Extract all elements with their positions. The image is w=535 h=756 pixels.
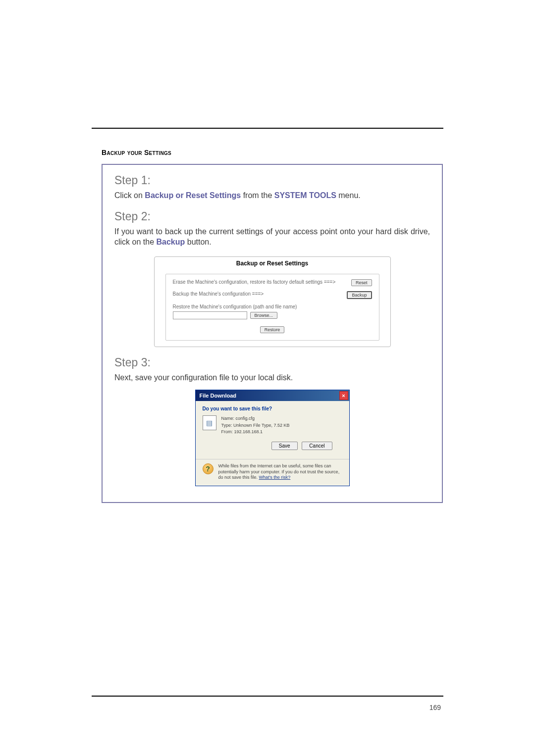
step-2-heading: Step 2: xyxy=(114,210,430,223)
dialog-title: File Download xyxy=(200,393,237,399)
top-rule xyxy=(92,128,443,129)
step-3: Step 3: Next, save your configuration fi… xyxy=(114,356,430,486)
steps-box: Step 1: Click on Backup or Reset Setting… xyxy=(102,164,443,503)
file-path-input[interactable] xyxy=(173,311,247,319)
restore-button[interactable]: Restore xyxy=(260,326,285,333)
file-input-row: Browse... xyxy=(173,311,372,319)
close-icon[interactable]: × xyxy=(339,391,348,400)
risk-link[interactable]: What's the risk? xyxy=(259,475,291,480)
step-3-heading: Step 3: xyxy=(114,356,430,369)
dialog-footer: ? While files from the Internet can be u… xyxy=(196,459,349,486)
backup-reset-panel: Backup or Reset Settings Erase the Machi… xyxy=(154,256,391,347)
step-2-text: If you want to back up the current setti… xyxy=(114,226,430,248)
cancel-button[interactable]: Cancel xyxy=(302,442,332,450)
file-icon: ▤ xyxy=(203,415,216,430)
step-1-text: Click on Backup or Reset Settings from t… xyxy=(114,190,430,201)
backup-panel-inner: Erase the Machine's configuration, resto… xyxy=(165,274,379,341)
restore-text: Restore the Machine's configuration (pat… xyxy=(173,304,372,309)
backup-row: Backup the Machine's configuration ===> … xyxy=(173,291,372,299)
step-1: Step 1: Click on Backup or Reset Setting… xyxy=(114,174,430,201)
section-title: Backup your Settings xyxy=(102,149,451,156)
erase-text: Erase the Machine's configuration, resto… xyxy=(173,279,351,285)
step-1-heading: Step 1: xyxy=(114,174,430,187)
step-2: Step 2: If you want to back up the curre… xyxy=(114,210,430,347)
bottom-rule xyxy=(92,696,443,697)
browse-button[interactable]: Browse... xyxy=(250,312,278,319)
file-info-row: ▤ Name: config.cfg Type: Unknown File Ty… xyxy=(203,415,342,436)
warning-text: While files from the Internet can be use… xyxy=(218,463,342,481)
erase-row: Erase the Machine's configuration, resto… xyxy=(173,279,372,286)
backup-text: Backup the Machine's configuration ===> xyxy=(173,291,347,297)
file-details: Name: config.cfg Type: Unknown File Type… xyxy=(221,415,290,436)
page-number: 169 xyxy=(429,704,441,711)
backup-panel-title: Backup or Reset Settings xyxy=(155,257,390,274)
dialog-buttons: Save Cancel xyxy=(203,442,342,450)
backup-button[interactable]: Backup xyxy=(347,291,372,299)
file-download-dialog: File Download × Do you want to save this… xyxy=(195,390,350,486)
warning-icon: ? xyxy=(203,463,214,474)
dialog-titlebar: File Download × xyxy=(196,390,349,401)
save-button[interactable]: Save xyxy=(271,442,298,450)
step-3-text: Next, save your configuration file to yo… xyxy=(114,372,430,383)
dialog-question: Do you want to save this file? xyxy=(203,406,342,411)
reset-button[interactable]: Reset xyxy=(351,279,372,286)
